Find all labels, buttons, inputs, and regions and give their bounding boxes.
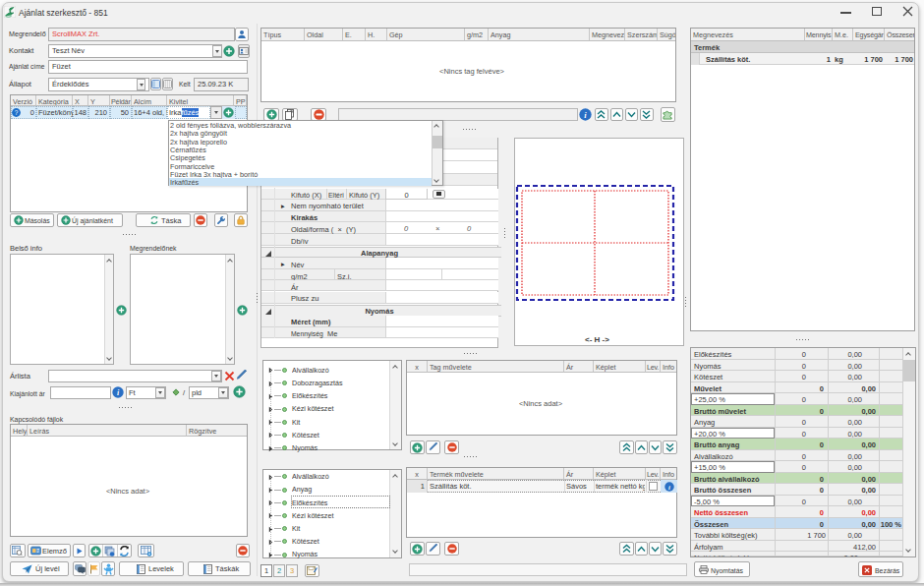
svg-text:i: i [668, 484, 670, 491]
svg-text:?: ? [15, 109, 19, 116]
